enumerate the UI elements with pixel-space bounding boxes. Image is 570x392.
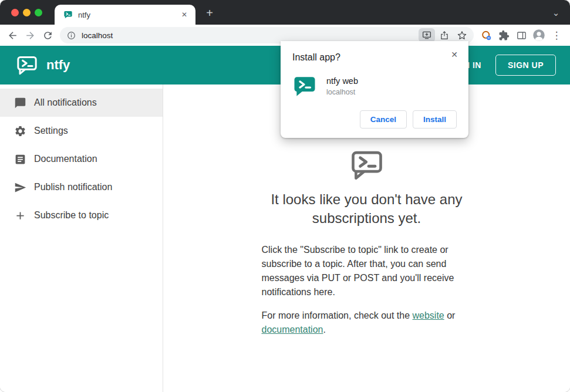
dialog-title: Install app? bbox=[292, 52, 457, 63]
reload-icon bbox=[42, 30, 53, 41]
extension-icon bbox=[481, 30, 492, 41]
share-button[interactable] bbox=[436, 28, 453, 42]
install-app-dialog: Install app? ✕ ntfy web localhost Cancel… bbox=[281, 41, 468, 138]
tab-close-icon[interactable]: ✕ bbox=[179, 9, 190, 20]
more-info-text: For more information, check out the bbox=[262, 310, 413, 320]
browser-window: ntfy ✕ + ⌄ localhost bbox=[0, 0, 570, 392]
tab-strip: ntfy ✕ + ⌄ bbox=[0, 0, 570, 25]
send-icon bbox=[14, 181, 26, 194]
window-controls bbox=[11, 9, 42, 16]
back-arrow-icon bbox=[7, 30, 18, 41]
dialog-app-name: ntfy web bbox=[326, 76, 358, 86]
install-icon bbox=[421, 30, 432, 40]
side-panel-button[interactable] bbox=[512, 26, 530, 44]
new-tab-button[interactable]: + bbox=[202, 5, 217, 21]
book-icon bbox=[14, 153, 26, 165]
empty-state-heading: It looks like you don't have any subscri… bbox=[244, 190, 490, 228]
profile-button[interactable] bbox=[530, 26, 548, 44]
or-text: or bbox=[444, 310, 456, 320]
forward-arrow-icon bbox=[25, 30, 36, 41]
sidebar: All notifications Settings Documentation… bbox=[0, 85, 163, 392]
ntfy-favicon-icon bbox=[63, 10, 73, 19]
install-app-button[interactable] bbox=[419, 28, 435, 42]
dialog-app-origin: localhost bbox=[326, 88, 358, 96]
documentation-link[interactable]: documentation bbox=[262, 325, 323, 334]
sidebar-item-label: All notifications bbox=[34, 97, 97, 108]
extensions-menu-button[interactable] bbox=[495, 26, 512, 44]
ntfy-app-icon bbox=[292, 74, 317, 99]
cancel-button[interactable]: Cancel bbox=[360, 110, 407, 129]
tab-title: ntfy bbox=[78, 11, 174, 19]
dialog-actions: Cancel Install bbox=[292, 110, 457, 129]
back-button[interactable] bbox=[4, 26, 21, 44]
ntfy-logo-icon bbox=[15, 53, 39, 77]
sidebar-item-all-notifications[interactable]: All notifications bbox=[0, 89, 163, 117]
star-icon bbox=[457, 30, 467, 40]
sidebar-item-label: Documentation bbox=[34, 154, 97, 164]
gear-icon bbox=[14, 125, 26, 137]
side-panel-icon bbox=[516, 30, 527, 41]
reload-button[interactable] bbox=[39, 26, 56, 44]
sidebar-item-documentation[interactable]: Documentation bbox=[0, 145, 163, 173]
empty-state-paragraph: Click the "Subscribe to topic" link to c… bbox=[262, 243, 472, 299]
avatar-icon bbox=[531, 28, 547, 43]
dialog-close-icon[interactable]: ✕ bbox=[448, 48, 461, 61]
bookmark-button[interactable] bbox=[454, 28, 470, 42]
close-window-button[interactable] bbox=[11, 9, 19, 16]
extension-button[interactable] bbox=[477, 26, 495, 44]
empty-state-links-paragraph: For more information, check out the webs… bbox=[262, 309, 472, 337]
sidebar-item-label: Subscribe to topic bbox=[34, 210, 109, 221]
install-button[interactable]: Install bbox=[413, 110, 457, 129]
browser-tab[interactable]: ntfy ✕ bbox=[55, 5, 195, 25]
minimize-window-button[interactable] bbox=[23, 9, 31, 16]
sign-up-button[interactable]: SIGN UP bbox=[495, 55, 556, 76]
period-text: . bbox=[323, 325, 325, 334]
url-text: localhost bbox=[82, 31, 417, 40]
sidebar-item-publish-notification[interactable]: Publish notification bbox=[0, 173, 163, 201]
page-info-icon[interactable] bbox=[66, 31, 76, 40]
share-icon bbox=[439, 30, 450, 40]
browser-menu-button[interactable]: ⋮ bbox=[548, 26, 565, 44]
sidebar-item-label: Settings bbox=[34, 126, 68, 136]
chat-bubble-icon bbox=[14, 97, 26, 109]
kebab-menu-icon: ⋮ bbox=[552, 29, 562, 42]
zoom-window-button[interactable] bbox=[35, 9, 42, 16]
forward-button[interactable] bbox=[21, 26, 39, 44]
sidebar-item-label: Publish notification bbox=[34, 182, 112, 192]
sidebar-item-subscribe-to-topic[interactable]: Subscribe to topic bbox=[0, 201, 163, 229]
ntfy-empty-state-icon bbox=[349, 147, 385, 183]
sidebar-item-settings[interactable]: Settings bbox=[0, 117, 163, 145]
plus-icon bbox=[14, 209, 26, 222]
website-link[interactable]: website bbox=[413, 310, 444, 320]
tab-search-chevron-icon[interactable]: ⌄ bbox=[549, 6, 563, 20]
puzzle-icon bbox=[498, 30, 510, 41]
brand-title: ntfy bbox=[46, 58, 70, 73]
dialog-app-row: ntfy web localhost bbox=[292, 74, 457, 99]
